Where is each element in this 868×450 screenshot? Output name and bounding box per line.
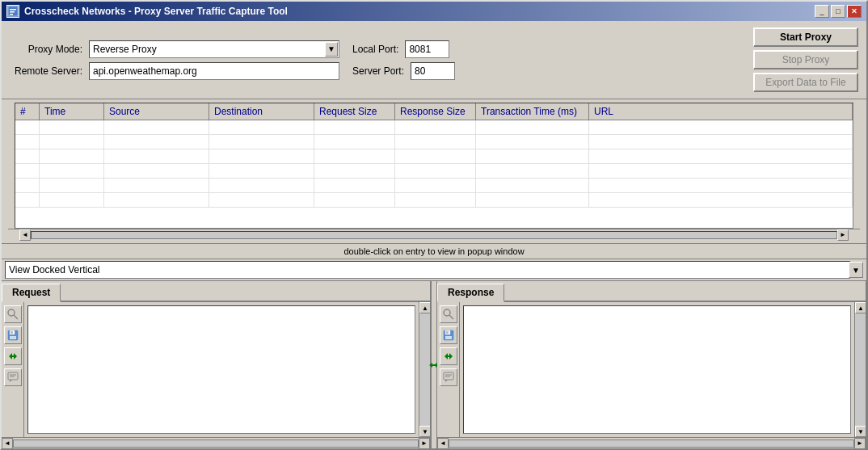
response-search-button[interactable] bbox=[440, 305, 457, 323]
maximize-button[interactable]: □ bbox=[831, 5, 845, 18]
request-panel: Request bbox=[2, 281, 431, 448]
remote-server-input[interactable] bbox=[89, 62, 339, 80]
request-scroll-up-button[interactable]: ▲ bbox=[419, 302, 430, 313]
app-icon bbox=[6, 5, 19, 18]
response-scroll-track[interactable] bbox=[855, 313, 866, 426]
panel-divider[interactable] bbox=[431, 281, 437, 448]
proxy-mode-dropdown-container: Reverse Proxy Forward Proxy ▼ bbox=[89, 40, 339, 58]
response-scroll-right-btn[interactable]: ► bbox=[854, 438, 866, 449]
status-bar: double-click on entry to view in popup w… bbox=[2, 243, 866, 259]
window-title: Crosscheck Networks - Proxy Server Traff… bbox=[24, 6, 288, 17]
col-header-time: Time bbox=[40, 103, 104, 120]
response-panel-toolbar bbox=[437, 302, 460, 437]
search-icon bbox=[443, 309, 454, 320]
request-tab[interactable]: Request bbox=[2, 284, 61, 302]
search-icon bbox=[7, 309, 19, 320]
col-header-reqsize: Request Size bbox=[314, 103, 395, 120]
response-tab[interactable]: Response bbox=[437, 284, 504, 302]
response-bottom-scrollbar[interactable]: ◄ ► bbox=[437, 437, 866, 448]
server-port-input[interactable] bbox=[411, 62, 455, 80]
request-search-button[interactable] bbox=[4, 305, 22, 323]
server-port-label: Server Port: bbox=[352, 65, 404, 77]
scroll-right-button[interactable]: ► bbox=[837, 229, 849, 241]
table-row[interactable] bbox=[15, 164, 853, 179]
table-horizontal-scrollbar[interactable]: ◄ ► bbox=[8, 229, 860, 240]
svg-marker-22 bbox=[445, 353, 453, 360]
title-bar: Crosscheck Networks - Proxy Server Traff… bbox=[2, 2, 866, 21]
response-scroll-left-btn[interactable]: ◄ bbox=[437, 438, 449, 449]
form-section: Proxy Mode: Reverse Proxy Forward Proxy … bbox=[10, 40, 745, 80]
table-row[interactable] bbox=[15, 135, 853, 149]
response-vertical-scrollbar[interactable]: ▲ ▼ bbox=[854, 302, 866, 437]
view-mode-select[interactable]: View Docked Vertical View Docked Horizon… bbox=[5, 261, 850, 279]
response-arrows-button[interactable] bbox=[440, 347, 457, 365]
local-port-label: Local Port: bbox=[352, 44, 398, 55]
stop-proxy-button[interactable]: Stop Proxy bbox=[753, 50, 858, 69]
response-text-area[interactable] bbox=[463, 305, 851, 434]
title-bar-left: Crosscheck Networks - Proxy Server Traff… bbox=[6, 5, 288, 18]
svg-rect-21 bbox=[446, 331, 449, 334]
close-button[interactable]: ✕ bbox=[847, 5, 862, 18]
scroll-track[interactable] bbox=[31, 231, 837, 239]
save-icon bbox=[443, 330, 454, 341]
local-port-input[interactable]: 8081 bbox=[405, 40, 449, 58]
request-save-button[interactable] bbox=[4, 326, 22, 344]
start-proxy-button[interactable]: Start Proxy bbox=[753, 27, 858, 47]
toolbar: Proxy Mode: Reverse Proxy Forward Proxy … bbox=[2, 21, 866, 99]
scroll-left-button[interactable]: ◄ bbox=[19, 229, 31, 241]
export-data-button[interactable]: Export Data to File bbox=[753, 73, 858, 92]
table-body bbox=[15, 120, 853, 228]
proxy-mode-row: Proxy Mode: Reverse Proxy Forward Proxy … bbox=[10, 40, 745, 58]
bottom-panels: Request bbox=[2, 281, 866, 448]
title-controls: _ □ ✕ bbox=[815, 5, 862, 18]
response-save-button[interactable] bbox=[440, 326, 457, 344]
svg-line-5 bbox=[14, 315, 18, 319]
svg-rect-9 bbox=[11, 331, 13, 334]
request-scroll-left-btn[interactable]: ◄ bbox=[2, 438, 13, 449]
svg-rect-3 bbox=[10, 14, 13, 15]
col-header-num: # bbox=[15, 103, 40, 120]
comment-icon bbox=[7, 372, 19, 383]
request-comment-button[interactable] bbox=[4, 368, 22, 386]
svg-rect-2 bbox=[10, 11, 15, 13]
minimize-button[interactable]: _ bbox=[815, 5, 829, 18]
response-h-scroll-track[interactable] bbox=[449, 439, 854, 448]
request-tab-label: Request bbox=[12, 287, 50, 298]
view-dropdown-arrow-icon[interactable]: ▼ bbox=[849, 262, 863, 278]
table-row[interactable] bbox=[15, 149, 853, 164]
main-window: Crosscheck Networks - Proxy Server Traff… bbox=[0, 0, 868, 450]
response-comment-button[interactable] bbox=[440, 368, 457, 386]
table-row[interactable] bbox=[15, 193, 853, 208]
request-arrows-button[interactable] bbox=[4, 347, 22, 365]
data-table: # Time Source Destination Request Size R… bbox=[15, 103, 853, 229]
request-panel-content: ▲ ▼ bbox=[2, 302, 430, 437]
col-header-url: URL bbox=[589, 103, 853, 120]
col-header-dest: Destination bbox=[209, 103, 314, 120]
svg-rect-1 bbox=[10, 9, 16, 11]
svg-marker-24 bbox=[445, 380, 448, 382]
request-bottom-scrollbar[interactable]: ◄ ► bbox=[2, 437, 430, 448]
response-panel: Response bbox=[437, 281, 866, 448]
response-scroll-down-button[interactable]: ▼ bbox=[855, 426, 866, 437]
request-h-scroll-track[interactable] bbox=[13, 439, 419, 448]
proxy-mode-select[interactable]: Reverse Proxy Forward Proxy bbox=[89, 40, 339, 58]
comment-icon bbox=[443, 372, 454, 383]
remote-server-label: Remote Server: bbox=[10, 65, 82, 77]
svg-point-16 bbox=[444, 309, 450, 316]
svg-line-17 bbox=[449, 315, 453, 319]
status-message: double-click on entry to view in popup w… bbox=[343, 246, 524, 256]
request-panel-toolbar bbox=[2, 302, 24, 437]
response-scroll-up-button[interactable]: ▲ bbox=[855, 302, 866, 313]
response-panel-content: ▲ ▼ bbox=[437, 302, 866, 437]
remote-server-row: Remote Server: Server Port: bbox=[10, 62, 745, 80]
col-header-respsize: Response Size bbox=[395, 103, 476, 120]
arrows-icon bbox=[443, 351, 454, 362]
request-text-area[interactable] bbox=[27, 305, 415, 434]
save-icon bbox=[7, 330, 19, 341]
table-row[interactable] bbox=[15, 179, 853, 193]
table-row[interactable] bbox=[15, 120, 853, 135]
svg-marker-10 bbox=[9, 353, 17, 360]
view-dropdown-bar: View Docked Vertical View Docked Horizon… bbox=[2, 259, 866, 281]
request-scroll-right-btn[interactable]: ► bbox=[419, 438, 430, 449]
request-scroll-down-button[interactable]: ▼ bbox=[419, 426, 430, 437]
